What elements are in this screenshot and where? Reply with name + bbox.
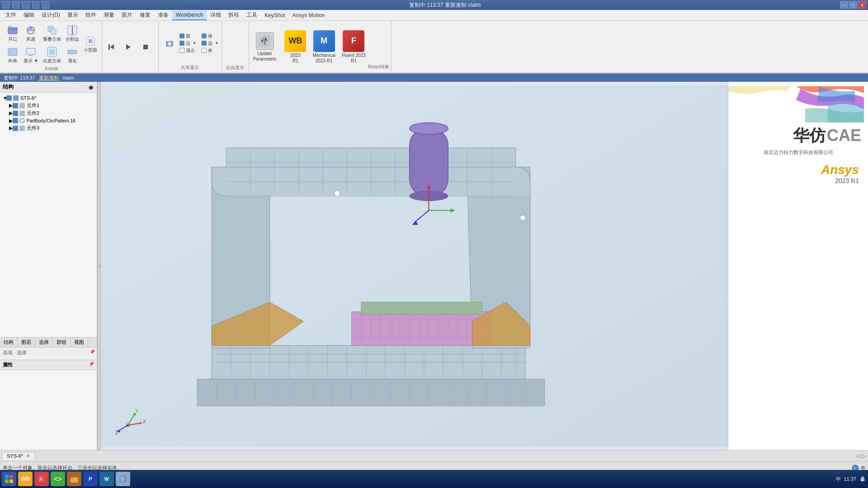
quick-access-icon-2[interactable] xyxy=(12,1,19,9)
taskbar-browser-icon[interactable] xyxy=(51,472,65,486)
btn-mechanical-2023[interactable]: M Mechanical2023 R1 xyxy=(310,28,338,66)
bottom-tab-sys6[interactable]: SYS-6* ✕ xyxy=(2,452,35,460)
menu-split[interactable]: 拆坯 xyxy=(225,10,243,20)
menu-file[interactable]: 文件 xyxy=(2,10,20,20)
btn-play[interactable] xyxy=(122,41,138,53)
refresh-link[interactable]: 重新激制 xyxy=(39,75,59,81)
checkbox-part2[interactable] xyxy=(13,111,18,116)
tab-select[interactable]: 选择 xyxy=(35,338,53,347)
btn-back[interactable] xyxy=(105,41,121,53)
taskbar-cad-icon[interactable]: P xyxy=(83,472,98,486)
taskbar-windows-icon[interactable] xyxy=(2,472,16,486)
btn-fan[interactable]: 风扇 xyxy=(22,23,40,43)
checkbox-sts6[interactable] xyxy=(6,95,12,101)
btn-update-params[interactable]: UpdateParameters xyxy=(251,30,279,64)
tab-right-arrow[interactable]: ▷ xyxy=(862,453,866,459)
selection-pin-icon[interactable]: 📌 xyxy=(90,349,95,354)
ansys-year: 2023 R1 xyxy=(728,177,859,184)
checkbox-part3[interactable] xyxy=(13,126,18,131)
tree-item-part2[interactable]: ▶ 元件2 xyxy=(2,109,95,117)
expand-arrow-1[interactable]: ▶ xyxy=(9,103,13,108)
btn-split[interactable]: 分割边 xyxy=(64,23,81,43)
checkbox-edge2-shared[interactable]: 边 ▼ xyxy=(202,40,218,47)
cb-vertex[interactable] xyxy=(179,48,184,53)
checkbox-vertex-shared[interactable]: 顶点 xyxy=(179,47,196,54)
menu-component[interactable]: 组件 xyxy=(82,10,100,20)
menu-repair[interactable]: 修复 xyxy=(136,10,154,20)
btn-display-dropdown[interactable]: 显示 ▼ xyxy=(22,44,40,65)
taskbar-wb-icon[interactable]: WB xyxy=(18,472,33,486)
menu-ansys-motion[interactable]: Ansys Motion xyxy=(289,11,329,20)
taskbar-folder-icon[interactable] xyxy=(67,472,81,486)
cb-vol[interactable] xyxy=(202,33,207,38)
tree-expand-icon[interactable]: ⊕ xyxy=(89,84,94,90)
expand-arrow-3[interactable]: ▶ xyxy=(9,125,13,131)
tab-close-sys6[interactable]: ✕ xyxy=(26,453,30,459)
expand-arrow-circ[interactable]: ▶ xyxy=(9,118,13,124)
selection-panel: 选项 · 选择 📌 xyxy=(0,347,97,360)
quick-access-icon-3[interactable] xyxy=(22,1,29,9)
taskbar-app2-icon[interactable]: A xyxy=(34,472,49,486)
minimize-button[interactable]: ─ xyxy=(840,1,848,9)
edge2-dropdown-icon[interactable]: ▼ xyxy=(215,41,218,45)
btn-overlap[interactable]: 重叠主体 xyxy=(41,23,63,43)
btn-small-face[interactable]: 小型面 xyxy=(82,33,99,54)
panel-resize-handle[interactable]: ◁ xyxy=(97,82,101,450)
checkbox-part1[interactable] xyxy=(13,103,18,108)
tree-label-sts6: STS-6* xyxy=(20,95,36,101)
menu-patch[interactable]: 面片 xyxy=(118,10,136,20)
tab-group[interactable]: 群组 xyxy=(53,338,71,347)
quick-access-icon-5[interactable] xyxy=(42,1,49,9)
menu-detail[interactable]: 详细 xyxy=(207,10,225,20)
checkbox-face-shared[interactable]: 面 xyxy=(179,33,196,39)
properties-pin-icon[interactable]: 📌 xyxy=(89,361,94,368)
cb-edge[interactable] xyxy=(179,41,184,46)
properties-label: 属性 xyxy=(3,361,13,368)
tree-item-sts6[interactable]: ▼ STS-6* xyxy=(2,94,95,102)
expand-arrow[interactable]: ▼ xyxy=(3,95,6,101)
menu-tools[interactable]: 工具 xyxy=(243,10,261,20)
checkbox-vol-shared[interactable]: 体 xyxy=(202,33,218,39)
tree-item-part1[interactable]: ▶ 元件1 xyxy=(2,102,95,109)
btn-open[interactable]: 开口 xyxy=(5,23,21,43)
cb-vol2[interactable] xyxy=(202,48,207,53)
tree-label-part3: 元件3 xyxy=(27,125,39,131)
tab-structure[interactable]: 结构 xyxy=(0,338,18,347)
btn-sim[interactable]: 仿真主体 xyxy=(41,44,63,65)
btn-surface[interactable]: 外表 xyxy=(5,44,21,65)
menu-keyshot[interactable]: KeyShot xyxy=(261,11,288,20)
menu-prepare[interactable]: 准备 xyxy=(154,10,172,20)
checkbox-vol2-shared[interactable]: 体 xyxy=(202,47,218,54)
expand-arrow-2[interactable]: ▶ xyxy=(9,110,13,116)
menu-edit[interactable]: 编辑 xyxy=(20,10,38,20)
btn-fluent-2023[interactable]: F Fluent 2023R1 xyxy=(340,28,368,66)
tab-view[interactable]: 视图 xyxy=(71,338,88,347)
menu-display[interactable]: 显示 xyxy=(64,10,82,20)
btn-camera[interactable] xyxy=(161,38,178,49)
tree-item-circ-pattern[interactable]: ▶ PartBody/CircPattern.16 xyxy=(2,117,95,124)
checkbox-circ[interactable] xyxy=(13,118,18,123)
menu-measure[interactable]: 测量 xyxy=(100,10,118,20)
maximize-button[interactable]: □ xyxy=(849,1,857,9)
close-button[interactable]: ✕ xyxy=(858,1,866,9)
menu-design[interactable]: 设计(D) xyxy=(38,10,64,20)
tab-left-arrow[interactable]: ◁ xyxy=(856,453,860,459)
menu-workbench[interactable]: Workbench xyxy=(172,10,207,20)
status-time-text: 复制中 113:37 xyxy=(4,75,35,81)
btn-wb-2023[interactable]: WB 2023R1 xyxy=(282,28,308,66)
titlebar-controls: ─ □ ✕ xyxy=(840,1,866,9)
tree-item-part3[interactable]: ▶ 元件3 xyxy=(2,124,95,132)
taskbar-sim-icon[interactable]: W xyxy=(99,472,114,486)
svg-marker-126 xyxy=(140,422,142,424)
tab-layers[interactable]: 图层 xyxy=(18,338,35,347)
quick-access-icon-1[interactable] xyxy=(2,1,9,9)
edge-dropdown-icon[interactable]: ▼ xyxy=(193,41,196,45)
cb-face[interactable] xyxy=(179,33,184,38)
quick-access-icon-4[interactable] xyxy=(32,1,39,9)
checkbox-edge-shared[interactable]: 边 ▼ xyxy=(179,40,196,47)
cb-edge2[interactable] xyxy=(202,41,207,46)
btn-stop[interactable] xyxy=(139,41,156,53)
btn-thin[interactable]: 薄化 xyxy=(64,44,81,65)
notification-icon[interactable] xyxy=(859,475,866,483)
taskbar-extra-icon[interactable]: S xyxy=(116,472,130,486)
